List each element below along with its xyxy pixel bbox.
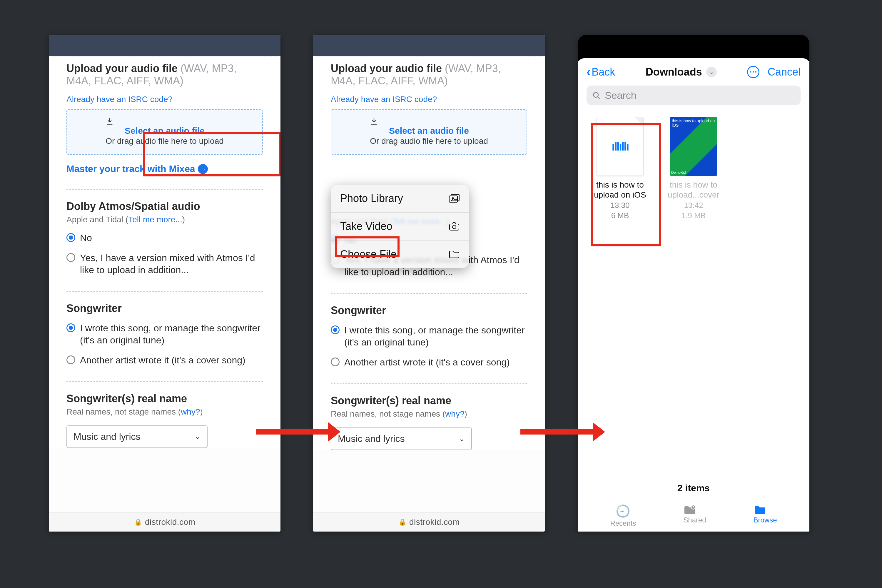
- realname-subtext: Real names, not stage names (why?): [66, 407, 263, 417]
- file-size: 6 MB: [591, 211, 650, 220]
- more-options-button[interactable]: ⋯: [747, 66, 759, 78]
- role-select[interactable]: Music and lyrics ⌄: [331, 428, 472, 450]
- sw-opt2-label: Another artist wrote it (it's a cover so…: [344, 356, 510, 369]
- radio-icon: [331, 357, 340, 366]
- app-header-bar: [49, 35, 280, 56]
- sw-opt1-row[interactable]: I wrote this song, or manage the songwri…: [66, 322, 263, 346]
- realname-heading: Songwriter(s) real name: [331, 394, 451, 406]
- take-video-option[interactable]: Take Video: [331, 213, 469, 240]
- shared-folder-icon: [683, 504, 706, 515]
- dropzone-select-text: Select an audio file: [370, 126, 488, 136]
- thumb-text: this is how to upload on iOS: [672, 119, 717, 128]
- file-name: this is how to upload...cover: [664, 180, 723, 200]
- file-item-audio[interactable]: ıllıllı this is how to upload on iOS 13:…: [591, 117, 650, 220]
- image-thumbnail: this is how to upload on iOS DemoKid: [670, 117, 717, 176]
- photo-library-icon: [449, 194, 459, 203]
- sw-opt2-row[interactable]: Another artist wrote it (it's a cover so…: [66, 354, 263, 367]
- camera-icon: [449, 222, 459, 231]
- arrow-right-icon: [256, 429, 329, 435]
- file-item-image[interactable]: this is how to upload on iOS DemoKid thi…: [664, 117, 723, 220]
- realname-why-link[interactable]: why?: [445, 409, 464, 418]
- isrc-link[interactable]: Already have an ISRC code?: [331, 94, 437, 104]
- divider: [66, 291, 263, 292]
- ios-tab-bar: 🕘 Recents Shared Browse: [578, 502, 809, 527]
- file-time: 13:30: [591, 201, 650, 210]
- app-header-bar: [313, 35, 545, 56]
- radio-icon: [66, 253, 75, 262]
- divider: [66, 189, 263, 190]
- form-content: Upload your audio file (WAV, MP3, M4A, F…: [49, 57, 280, 448]
- file-time: 13:42: [664, 201, 723, 210]
- dropzone-select-text: Select an audio file: [105, 126, 224, 136]
- tab-recents[interactable]: 🕘 Recents: [610, 504, 636, 527]
- sw-opt2-row[interactable]: Another artist wrote it (it's a cover so…: [331, 356, 527, 369]
- svg-point-7: [693, 506, 694, 507]
- radio-icon: [66, 323, 75, 332]
- dolby-heading: Dolby Atmos/Spatial audio: [66, 200, 200, 212]
- role-select-value: Music and lyrics: [74, 431, 141, 442]
- role-select[interactable]: Music and lyrics ⌄: [66, 425, 208, 448]
- divider: [331, 293, 527, 294]
- search-icon: [592, 92, 601, 100]
- mixea-link[interactable]: Master your track with Mixea →: [66, 164, 263, 174]
- chevron-down-icon: ⌄: [195, 432, 201, 441]
- search-input[interactable]: Search: [586, 86, 801, 105]
- mixea-text: Master your track with Mixea: [66, 164, 195, 174]
- upload-heading-row: Upload your audio file (WAV, MP3, M4A, F…: [331, 62, 527, 87]
- items-count: 2 items: [578, 477, 809, 502]
- ios-files-sheet: ‹ Back Downloads ⌄ ⋯ Cancel Search ıllıl…: [578, 58, 809, 531]
- lock-icon: 🔒: [398, 518, 406, 526]
- folder-title: Downloads: [646, 66, 702, 78]
- sw-opt1-row[interactable]: I wrote this song, or manage the songwri…: [331, 324, 527, 349]
- songwriter-heading: Songwriter: [66, 302, 122, 314]
- dolby-yes-label: Yes, I have a version mixed with Atmos I…: [80, 252, 263, 276]
- ios-status-area: [578, 35, 809, 61]
- domain-text: distrokid.com: [145, 518, 195, 527]
- choose-file-option[interactable]: Choose File: [331, 240, 469, 268]
- realname-subtext: Real names, not stage names (why?): [331, 409, 527, 418]
- photo-library-option[interactable]: Photo Library: [331, 184, 469, 213]
- svg-point-5: [594, 92, 598, 97]
- browser-address-bar[interactable]: 🔒 distrokid.com: [313, 512, 545, 531]
- arrow-right-icon: [520, 429, 594, 435]
- dolby-subtext: Apple and Tidal (Tell me more...): [66, 215, 263, 224]
- realname-why-link[interactable]: why?: [181, 407, 200, 416]
- dolby-tellmore-link[interactable]: Tell me more...: [128, 215, 182, 224]
- ios-footer: 2 items 🕘 Recents Shared Browse: [578, 477, 809, 531]
- back-label: Back: [591, 66, 615, 78]
- dropzone-drag-text: Or drag audio file here to upload: [105, 136, 224, 146]
- browser-address-bar[interactable]: 🔒 distrokid.com: [49, 512, 280, 531]
- divider: [66, 381, 263, 382]
- tab-label: Recents: [610, 519, 636, 527]
- lock-icon: 🔒: [134, 518, 142, 526]
- tab-browse[interactable]: Browse: [753, 504, 777, 527]
- menu-label: Photo Library: [340, 192, 403, 205]
- dolby-yes-row[interactable]: Yes, I have a version mixed with Atmos I…: [66, 252, 263, 276]
- isrc-link[interactable]: Already have an ISRC code?: [66, 94, 172, 104]
- folder-icon: [449, 250, 459, 258]
- back-button[interactable]: ‹ Back: [586, 65, 615, 78]
- dropzone-drag-text: Or drag audio file here to upload: [370, 136, 488, 146]
- radio-icon: [331, 326, 340, 334]
- file-name: this is how to upload on iOS: [591, 180, 650, 200]
- chevron-down-icon: ⌄: [459, 435, 465, 443]
- upload-heading: Upload your audio file: [66, 62, 178, 74]
- phone-screen-2: Upload your audio file (WAV, MP3, M4A, F…: [313, 35, 545, 531]
- upload-heading: Upload your audio file: [331, 62, 442, 74]
- file-size: 1.9 MB: [664, 211, 723, 220]
- arrow-right-circle-icon: →: [198, 164, 208, 174]
- chevron-down-icon: ⌄: [706, 67, 717, 77]
- realname-heading: Songwriter(s) real name: [66, 393, 187, 405]
- audio-dropzone[interactable]: Select an audio file Or drag audio file …: [331, 110, 527, 154]
- audio-dropzone[interactable]: Select an audio file Or drag audio file …: [66, 110, 263, 154]
- tab-shared[interactable]: Shared: [683, 504, 706, 527]
- phone-screen-1: Upload your audio file (WAV, MP3, M4A, F…: [49, 35, 280, 531]
- audio-file-icon: ıllıllı: [597, 117, 644, 176]
- phone-screen-3: ‹ Back Downloads ⌄ ⋯ Cancel Search ıllıl…: [578, 35, 809, 531]
- cancel-button[interactable]: Cancel: [768, 66, 801, 78]
- dolby-no-row[interactable]: No: [66, 232, 263, 244]
- divider: [331, 383, 527, 384]
- download-icon: [105, 117, 224, 125]
- title-wrap[interactable]: Downloads ⌄: [646, 66, 717, 78]
- radio-icon: [66, 233, 75, 242]
